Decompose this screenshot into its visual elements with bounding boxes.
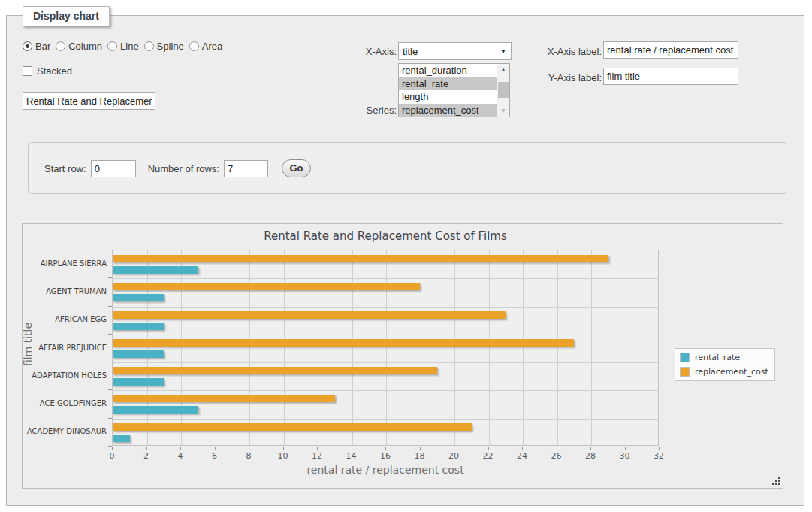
radio-label: Area (202, 41, 222, 52)
gridline (181, 250, 182, 445)
y-tickmark (108, 334, 112, 335)
legend-swatch-icon (680, 367, 690, 377)
stacked-option[interactable]: Stacked (23, 65, 72, 77)
chart-type-radio-spline[interactable]: Spline (144, 41, 184, 52)
rows-form-box: Start row: Number of rows: Go (28, 142, 786, 194)
x-tick-label: 20 (448, 451, 459, 461)
bar-rental_rate-affair-prejudice (113, 350, 164, 358)
x-axis-selected-value: title (399, 46, 496, 57)
y-tickmark (108, 306, 112, 307)
chart-legend: rental_ratereplacement_cost (675, 348, 775, 381)
x-tick-label: 2 (143, 451, 149, 461)
x-tickmark (522, 447, 523, 450)
number-of-rows-input[interactable] (224, 160, 268, 177)
radio-icon[interactable] (56, 41, 65, 51)
x-tick-label: 30 (620, 451, 630, 461)
y-tickmark (108, 250, 112, 250)
gridline (626, 250, 626, 445)
x-axis-label-field-label: X-Axis label: (527, 46, 602, 57)
x-tickmark (283, 447, 284, 450)
y-axis-label-input[interactable] (603, 68, 738, 85)
bar-replacement_cost-african-egg (113, 311, 506, 319)
y-tickmark (108, 389, 112, 390)
x-tick-label: 22 (483, 451, 494, 461)
series-option-length[interactable]: length (399, 90, 497, 104)
chart-type-radio-line[interactable]: Line (107, 41, 139, 52)
x-tick-label: 6 (212, 451, 217, 461)
series-option-rental_rate[interactable]: rental_rate (399, 77, 497, 91)
bar-rental_rate-african-egg (113, 323, 164, 330)
gridline (113, 419, 658, 420)
gridline (318, 250, 318, 445)
x-tick-label: 12 (312, 451, 322, 461)
gridline (284, 250, 285, 445)
radio-icon[interactable] (189, 41, 199, 51)
x-tick-label: 14 (346, 451, 357, 461)
chart-type-radio-bar[interactable]: Bar (23, 41, 50, 52)
radio-icon[interactable] (23, 41, 32, 51)
series-option-rental_duration[interactable]: rental_duration (399, 64, 497, 77)
x-tickmark (180, 447, 181, 450)
bar-replacement_cost-agent-truman (113, 283, 420, 290)
gridline (147, 250, 148, 445)
x-axis-label-input[interactable] (603, 41, 738, 59)
legend-item-rental_rate: rental_rate (680, 353, 768, 362)
scroll-down-icon[interactable]: ▼ (497, 105, 509, 117)
legend-label: rental_rate (695, 353, 740, 362)
scrollbar-track[interactable] (497, 75, 509, 105)
radio-icon[interactable] (144, 41, 154, 51)
gridline (113, 335, 658, 335)
x-tickmark (454, 447, 454, 450)
gridline (523, 250, 524, 445)
bar-rental_rate-adaptation-holes (113, 378, 164, 386)
gridline (113, 278, 658, 279)
bar-replacement_cost-airplane-sierra (113, 255, 608, 262)
bar-rental_rate-agent-truman (113, 294, 164, 301)
fieldset-legend-title: Display chart (23, 6, 110, 26)
x-tickmark (557, 447, 557, 450)
category-label: AIRPLANE SIERRA (23, 259, 107, 268)
series-label: Series: (337, 105, 397, 116)
chart-type-radio-column[interactable]: Column (56, 41, 102, 52)
plot-area (112, 250, 659, 446)
gridline (557, 250, 558, 445)
start-row-input[interactable] (91, 160, 136, 177)
x-tickmark (215, 447, 216, 450)
bar-rental_rate-ace-goldfinger (113, 406, 198, 414)
bar-rental_rate-airplane-sierra (113, 266, 198, 274)
category-label: ACADEMY DINOSAUR (23, 427, 107, 435)
start-row-label: Start row: (44, 163, 86, 174)
x-tickmark (488, 447, 489, 450)
gridline (386, 250, 387, 445)
gridline (113, 390, 658, 391)
stacked-checkbox[interactable] (23, 66, 32, 76)
x-tick-label: 4 (178, 451, 183, 461)
series-multiselect[interactable]: rental_durationrental_ratelengthreplacem… (398, 63, 510, 117)
y-tickmark (108, 418, 112, 419)
x-axis-select[interactable]: title ▼ (398, 42, 512, 60)
x-tickmark (352, 447, 352, 450)
radio-icon[interactable] (107, 41, 117, 51)
chart-type-radio-area[interactable]: Area (189, 41, 222, 52)
stacked-label: Stacked (37, 65, 72, 77)
chevron-down-icon: ▼ (496, 48, 511, 55)
resize-grip-icon[interactable] (771, 477, 780, 486)
series-option-replacement_cost[interactable]: replacement_cost (399, 104, 497, 117)
legend-label: replacement_cost (695, 367, 768, 377)
gridline (249, 250, 250, 445)
x-tick-label: 10 (278, 451, 288, 461)
scrollbar-thumb[interactable] (498, 82, 509, 98)
scroll-up-icon[interactable]: ▲ (497, 64, 509, 75)
legend-item-replacement_cost: replacement_cost (680, 367, 768, 377)
gridline (216, 250, 216, 445)
chart-container: Rental Rate and Replacement Cost of Film… (22, 223, 783, 489)
chart-title-input[interactable] (23, 92, 155, 110)
gridline (113, 307, 658, 308)
category-label: AGENT TRUMAN (23, 287, 107, 295)
x-tick-label: 16 (380, 451, 391, 461)
x-tick-label: 24 (517, 451, 527, 461)
go-button[interactable]: Go (282, 159, 311, 177)
series-scrollbar[interactable]: ▲ ▼ (497, 64, 509, 117)
gridline (421, 250, 421, 445)
x-tickmark (625, 447, 626, 450)
